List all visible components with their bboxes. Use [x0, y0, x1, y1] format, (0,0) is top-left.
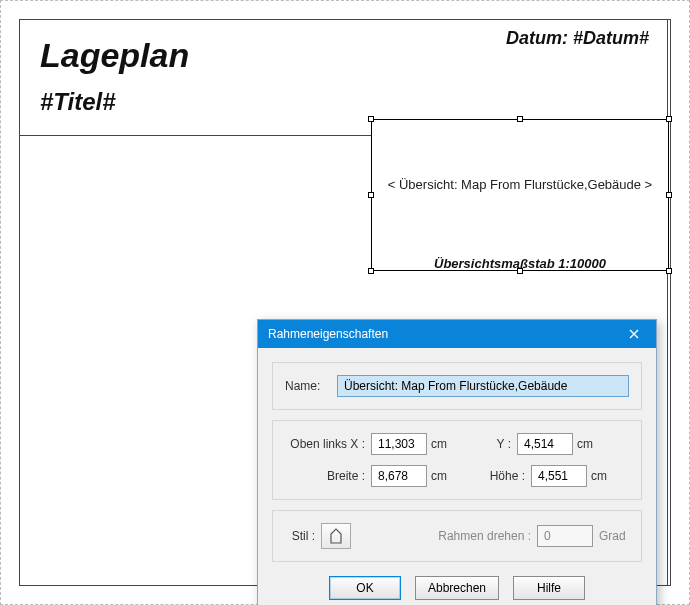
x-label: Oben links X :: [285, 437, 365, 451]
resize-handle-ne[interactable]: [666, 116, 672, 122]
page-title: Lageplan: [40, 36, 189, 75]
overview-placeholder: < Übersicht: Map From Flurstücke,Gebäude…: [375, 177, 665, 192]
frame-properties-dialog: Rahmeneigenschaften Name: Oben links X :…: [257, 319, 657, 605]
w-label: Breite :: [285, 469, 365, 483]
dialog-body: Name: Oben links X : cm Y : cm Breite : …: [258, 348, 656, 605]
w-unit: cm: [431, 469, 463, 483]
style-label: Stil :: [285, 529, 315, 543]
style-group: Stil : Rahmen drehen : Grad: [272, 510, 642, 562]
name-label: Name:: [285, 379, 331, 393]
resize-handle-w[interactable]: [368, 192, 374, 198]
cancel-button[interactable]: Abbrechen: [415, 576, 499, 600]
h-label: Höhe :: [483, 469, 525, 483]
layout-canvas[interactable]: Lageplan #Titel# Datum: #Datum# < Übersi…: [0, 0, 690, 605]
resize-handle-se[interactable]: [666, 268, 672, 274]
rotate-label: Rahmen drehen :: [438, 529, 531, 543]
resize-handle-e[interactable]: [666, 192, 672, 198]
rotate-field: [537, 525, 593, 547]
y-label: Y :: [483, 437, 511, 451]
resize-handle-nw[interactable]: [368, 116, 374, 122]
dialog-buttons: OK Abbrechen Hilfe: [272, 572, 642, 602]
resize-handle-n[interactable]: [517, 116, 523, 122]
height-field[interactable]: [531, 465, 587, 487]
width-field[interactable]: [371, 465, 427, 487]
overview-map-frame[interactable]: < Übersicht: Map From Flurstücke,Gebäude…: [371, 119, 669, 271]
name-field[interactable]: [337, 375, 629, 397]
name-group: Name:: [272, 362, 642, 410]
y-unit: cm: [577, 437, 609, 451]
x-unit: cm: [431, 437, 463, 451]
page-subtitle: #Titel#: [40, 88, 116, 116]
dialog-title: Rahmeneigenschaften: [268, 320, 388, 348]
style-picker-button[interactable]: [321, 523, 351, 549]
dialog-titlebar[interactable]: Rahmeneigenschaften: [258, 320, 656, 348]
rotate-unit: Grad: [599, 529, 629, 543]
page-date: Datum: #Datum#: [506, 28, 649, 49]
help-button[interactable]: Hilfe: [513, 576, 585, 600]
x-field[interactable]: [371, 433, 427, 455]
overview-scale-label: Übersichtsmaßstab 1:10000: [381, 253, 659, 277]
y-field[interactable]: [517, 433, 573, 455]
ok-button[interactable]: OK: [329, 576, 401, 600]
geometry-group: Oben links X : cm Y : cm Breite : cm Höh…: [272, 420, 642, 500]
h-unit: cm: [591, 469, 623, 483]
resize-handle-sw[interactable]: [368, 268, 374, 274]
close-icon[interactable]: [622, 324, 646, 344]
